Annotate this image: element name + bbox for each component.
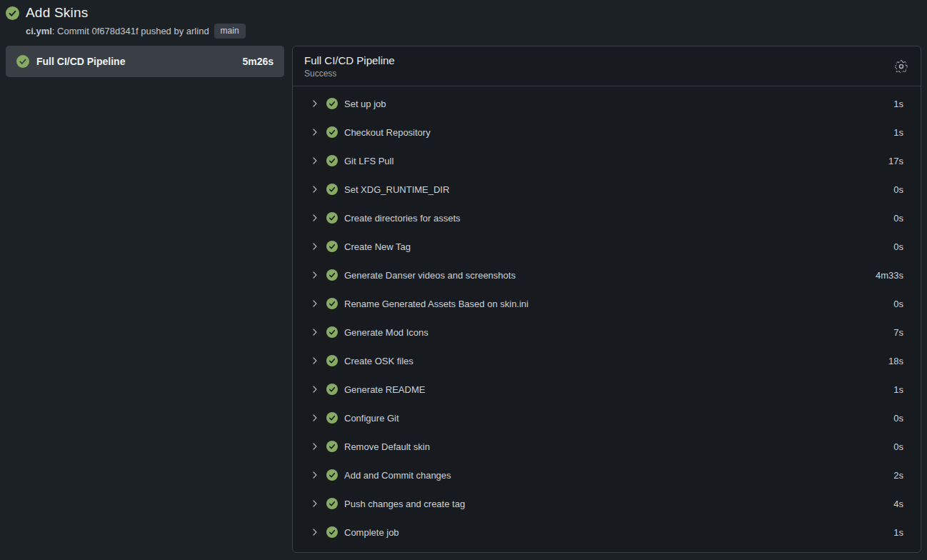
success-check-circle-icon [326, 384, 338, 395]
step-row[interactable]: Complete job 1s [293, 518, 921, 546]
step-row[interactable]: Create New Tag 0s [293, 232, 921, 261]
step-duration: 0s [893, 413, 903, 424]
step-name: Complete job [344, 527, 885, 538]
step-duration: 1s [893, 384, 903, 395]
commit-sha-link[interactable]: 0f678d341f [91, 26, 138, 36]
chevron-right-icon[interactable] [310, 499, 320, 509]
panel-header: Full CI/CD Pipeline Success [293, 46, 921, 86]
workflow-file: ci.yml [26, 26, 52, 36]
step-duration: 0s [893, 213, 903, 224]
chevron-right-icon[interactable] [310, 213, 320, 223]
step-name: Remove Default skin [344, 441, 885, 452]
step-row[interactable]: Rename Generated Assets Based on skin.in… [293, 289, 921, 318]
step-duration: 17s [888, 156, 903, 166]
success-check-circle-icon [326, 355, 338, 366]
chevron-right-icon[interactable] [310, 441, 320, 451]
step-name: Configure Git [344, 413, 885, 424]
chevron-right-icon[interactable] [310, 99, 320, 109]
step-name: Add and Commit changes [344, 470, 885, 481]
success-check-circle-icon [326, 98, 338, 109]
chevron-right-icon[interactable] [310, 384, 320, 394]
success-check-circle-icon [326, 441, 338, 452]
success-check-circle-icon [326, 412, 338, 424]
chevron-right-icon[interactable] [310, 184, 320, 194]
step-row[interactable]: Configure Git 0s [293, 404, 921, 432]
success-check-circle-icon [326, 469, 338, 481]
commit-prefix: : Commit [52, 26, 89, 36]
step-name: Set XDG_RUNTIME_DIR [344, 184, 885, 195]
step-row[interactable]: Git LFS Pull 17s [293, 146, 921, 175]
success-check-circle-icon [326, 298, 338, 309]
step-row[interactable]: Generate Mod Icons 7s [293, 318, 921, 346]
step-duration: 1s [893, 99, 903, 109]
success-check-circle-icon [326, 326, 338, 338]
step-duration: 2s [893, 470, 903, 481]
success-check-circle-icon [326, 526, 338, 538]
step-name: Generate Mod Icons [344, 327, 885, 338]
job-card[interactable]: Full CI/CD Pipeline 5m26s [6, 46, 284, 77]
success-check-circle-icon [326, 212, 338, 224]
step-name: Git LFS Pull [344, 156, 880, 166]
panel-job-title: Full CI/CD Pipeline [304, 54, 909, 66]
job-duration: 5m26s [242, 56, 274, 67]
step-row[interactable]: Add and Commit changes 2s [293, 461, 921, 489]
step-duration: 0s [893, 299, 903, 309]
chevron-right-icon[interactable] [310, 527, 320, 537]
success-check-circle-icon [16, 55, 29, 68]
step-name: Rename Generated Assets Based on skin.in… [344, 299, 885, 309]
step-name: Generate README [344, 384, 885, 395]
chevron-right-icon[interactable] [310, 299, 320, 309]
step-name: Generate Danser videos and screenshots [344, 270, 867, 281]
job-list: Full CI/CD Pipeline 5m26s [6, 46, 284, 77]
gear-icon[interactable] [894, 59, 908, 74]
chevron-right-icon[interactable] [310, 270, 320, 280]
step-duration: 4m33s [876, 270, 903, 281]
step-name: Push changes and create tag [344, 499, 885, 509]
success-check-circle-icon [326, 498, 338, 509]
step-duration: 18s [888, 356, 903, 366]
step-name: Create OSK files [344, 356, 880, 366]
step-row[interactable]: Create OSK files 18s [293, 346, 921, 375]
step-list: Set up job 1s Checkout Repository 1s [293, 86, 921, 549]
step-duration: 0s [893, 441, 903, 452]
step-duration: 4s [893, 499, 903, 509]
step-row[interactable]: Set XDG_RUNTIME_DIR 0s [293, 175, 921, 204]
step-duration: 0s [893, 241, 903, 252]
author-link[interactable]: arlind [186, 26, 209, 36]
step-name: Set up job [344, 99, 885, 109]
step-duration: 7s [893, 327, 903, 338]
success-check-circle-icon [326, 126, 338, 138]
success-check-circle-icon [326, 241, 338, 252]
step-duration: 1s [893, 527, 903, 538]
step-row[interactable]: Remove Default skin 0s [293, 432, 921, 461]
success-check-circle-icon [326, 184, 338, 195]
chevron-right-icon[interactable] [310, 356, 320, 366]
panel-status-text: Success [304, 69, 909, 79]
chevron-right-icon[interactable] [310, 156, 320, 166]
chevron-right-icon[interactable] [310, 413, 320, 423]
run-title: Add Skins [26, 5, 88, 21]
step-row[interactable]: Generate README 1s [293, 375, 921, 404]
run-subtitle: ci.yml: Commit 0f678d341f pushed by arli… [26, 24, 921, 39]
success-check-circle-icon [326, 155, 338, 166]
chevron-right-icon[interactable] [310, 127, 320, 137]
step-name: Create directories for assets [344, 213, 885, 224]
step-duration: 1s [893, 127, 903, 138]
pushed-by-text: pushed by [141, 26, 184, 36]
chevron-right-icon[interactable] [310, 327, 320, 337]
chevron-right-icon[interactable] [310, 470, 320, 480]
step-name: Create New Tag [344, 241, 885, 252]
step-row[interactable]: Generate Danser videos and screenshots 4… [293, 261, 921, 289]
chevron-right-icon[interactable] [310, 241, 320, 251]
run-detail-panel: Full CI/CD Pipeline Success Set up job 1… [292, 46, 921, 553]
run-header: Add Skins ci.yml: Commit 0f678d341f push… [0, 0, 927, 39]
step-row[interactable]: Push changes and create tag 4s [293, 489, 921, 518]
step-row[interactable]: Set up job 1s [293, 89, 921, 118]
step-duration: 0s [893, 184, 903, 195]
job-name: Full CI/CD Pipeline [36, 56, 235, 67]
success-check-circle-icon [326, 269, 338, 281]
step-row[interactable]: Create directories for assets 0s [293, 204, 921, 232]
step-name: Checkout Repository [344, 127, 885, 138]
step-row[interactable]: Checkout Repository 1s [293, 118, 921, 146]
branch-badge[interactable]: main [214, 24, 246, 39]
